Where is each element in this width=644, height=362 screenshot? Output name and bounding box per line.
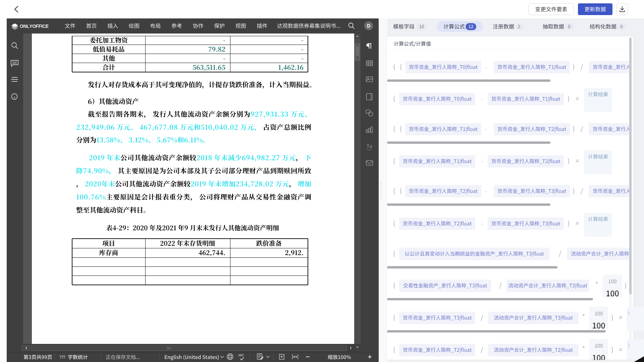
svg-text:D: D [367, 23, 370, 28]
